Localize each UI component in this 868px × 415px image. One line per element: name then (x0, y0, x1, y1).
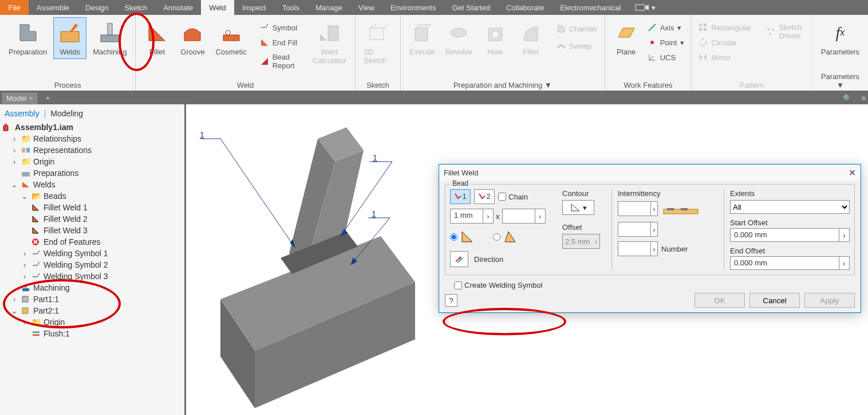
axis-button[interactable]: Axis ▾ (645, 22, 687, 33)
tree-tab-modeling[interactable]: Modeling (50, 109, 83, 118)
tab-assemble[interactable]: Assemble (29, 0, 77, 15)
sketchdriven-button[interactable]: Sketch Driven (764, 22, 807, 41)
expand-icon[interactable]: › (21, 318, 29, 327)
help-button[interactable]: ? (445, 294, 457, 307)
select-face2-button[interactable]: 2 (474, 189, 495, 204)
expand-icon[interactable]: › (21, 260, 29, 269)
tab-getstarted[interactable]: Get Started (444, 0, 498, 15)
tab-environments[interactable]: Environments (382, 0, 444, 15)
leg-radio-1[interactable] (450, 230, 476, 243)
dialog-titlebar[interactable]: Fillet Weld ✕ (439, 165, 861, 181)
ucs-button[interactable]: UCS (645, 52, 687, 63)
inter-length-input[interactable]: › (618, 201, 658, 216)
ok-button[interactable]: OK (695, 293, 745, 308)
collapse-icon[interactable]: ⌄ (21, 191, 29, 201)
tree-machining[interactable]: Machining (2, 282, 182, 293)
tree-beads[interactable]: ⌄📂Beads (2, 190, 182, 202)
tree-fillet2[interactable]: Fillet Weld 2 (2, 213, 182, 225)
cosmetic-button[interactable]: Cosmetic (211, 17, 250, 59)
circular-button[interactable]: Circular (696, 37, 753, 48)
close-icon[interactable]: ✕ (849, 167, 856, 178)
fillet-button[interactable]: Fillet (140, 17, 173, 59)
tab-electromechanical[interactable]: Electromechanical (552, 0, 629, 15)
symbol-button[interactable]: Symbol (258, 22, 299, 33)
tree-flush[interactable]: Flush:1 (2, 328, 182, 339)
tab-weld[interactable]: Weld (201, 0, 234, 15)
revolve-button[interactable]: Revolve (441, 17, 476, 59)
endfill-button[interactable]: End Fill (258, 37, 299, 48)
tab-sketch[interactable]: Sketch (117, 0, 156, 15)
weld-calculator-button[interactable]: Weld Calculator (309, 17, 350, 68)
start-offset-input[interactable]: 0.000 mm› (730, 228, 850, 242)
preparation-button[interactable]: Preparation (5, 17, 51, 59)
tab-tools[interactable]: Tools (274, 0, 307, 15)
direction-button[interactable] (450, 251, 468, 267)
size2-input[interactable]: › (502, 209, 546, 224)
expand-icon[interactable]: › (10, 295, 18, 304)
extents-select[interactable]: All (730, 200, 850, 214)
expand-icon[interactable]: › (10, 134, 18, 143)
tree-representations[interactable]: ›Representations (2, 144, 182, 156)
tab-collaborate[interactable]: Collaborate (498, 0, 553, 15)
expand-icon[interactable]: › (21, 272, 29, 281)
inter-pitch-input[interactable]: › (618, 222, 658, 237)
model-tab[interactable]: Model× (2, 93, 37, 104)
create-symbol-checkbox[interactable]: Create Welding Symbol (454, 281, 855, 289)
menu-icon[interactable]: ≡ (859, 94, 868, 103)
camera-icon[interactable]: ▾ (635, 0, 656, 15)
file-tab[interactable]: File (0, 0, 29, 15)
select-face1-button[interactable]: 1 (450, 189, 471, 204)
expand-icon[interactable]: › (21, 249, 29, 258)
tab-manage[interactable]: Manage (307, 0, 350, 15)
contour-dropdown[interactable]: ▾ (562, 200, 594, 215)
beadreport-button[interactable]: Bead Report (258, 52, 299, 71)
welds-button[interactable]: Welds (53, 17, 86, 59)
tab-view[interactable]: View (350, 0, 382, 15)
tree-ws1[interactable]: ›Welding Symbol 1 (2, 248, 182, 259)
dropdown-icon[interactable]: › (483, 209, 493, 223)
tree-root[interactable]: Assembly1.iam (2, 122, 182, 133)
expand-icon[interactable]: › (10, 157, 18, 166)
tree-welds[interactable]: ⌄Welds (2, 179, 182, 190)
tree-origin2[interactable]: ›📁Origin (2, 316, 182, 328)
point-button[interactable]: Point ▾ (645, 37, 687, 48)
dropdown-icon[interactable]: › (535, 209, 545, 223)
tree-relationships[interactable]: ›📁Relationships (2, 133, 182, 144)
tab-design[interactable]: Design (77, 0, 116, 15)
tree-part2[interactable]: ⌄Part2:1 (2, 305, 182, 316)
extrude-button[interactable]: Extrude (405, 17, 439, 59)
cancel-button[interactable]: Cancel (749, 293, 800, 308)
tree-preparations[interactable]: Preparations (2, 167, 182, 179)
hole-button[interactable]: Hole (479, 17, 512, 59)
machining-button[interactable]: Machining (89, 17, 131, 59)
size1-input[interactable]: 1 mm› (450, 209, 494, 224)
tree-part1[interactable]: ›Part1:1 (2, 293, 182, 305)
viewport[interactable]: 1 1 1 Fillet Weld ✕ Bead (186, 104, 868, 415)
sweep-button[interactable]: Sweep (554, 40, 600, 52)
tree-ws2[interactable]: ›Welding Symbol 2 (2, 259, 182, 271)
end-offset-input[interactable]: 0.000 mm› (730, 256, 850, 270)
chain-checkbox[interactable]: Chain (498, 193, 528, 201)
tree-eof[interactable]: End of Features (2, 236, 182, 248)
chamfer-button[interactable]: Chamfer (554, 23, 600, 34)
collapse-icon[interactable]: ⌄ (10, 180, 18, 189)
2dsketch-button[interactable]: 2D Sketch (360, 17, 396, 68)
mirror-button[interactable]: Mirror (696, 52, 753, 63)
collapse-icon[interactable]: ⌄ (10, 306, 18, 315)
add-tab-button[interactable]: ＋ (42, 93, 54, 103)
fillet-feature-button[interactable]: Fillet (514, 17, 547, 59)
tree-fillet3[interactable]: Fillet Weld 3 (2, 225, 182, 236)
tree-tab-assembly[interactable]: Assembly (5, 109, 40, 118)
expand-icon[interactable]: › (10, 146, 18, 155)
tab-annotate[interactable]: Annotate (155, 0, 201, 15)
parameters-button[interactable]: fx Parameters (817, 17, 863, 59)
plane-button[interactable]: Plane (610, 17, 643, 59)
leg-radio-2[interactable] (493, 230, 519, 243)
tree-fillet1[interactable]: Fillet Weld 1 (2, 202, 182, 213)
tab-inspect[interactable]: Inspect (234, 0, 274, 15)
inter-number-input[interactable]: › (618, 241, 658, 256)
tree-origin[interactable]: ›📁Origin (2, 156, 182, 167)
search-icon[interactable]: 🔍 (841, 94, 854, 103)
groove-button[interactable]: Groove (176, 17, 209, 59)
rectangular-button[interactable]: Rectangular (696, 22, 753, 33)
